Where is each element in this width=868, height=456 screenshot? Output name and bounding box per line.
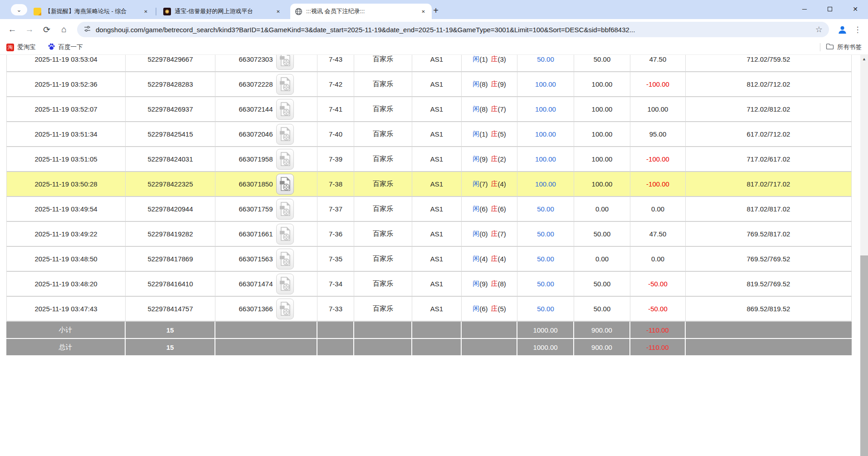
video-replay-button[interactable] bbox=[276, 99, 294, 120]
zhuang-label: 庄 bbox=[491, 255, 498, 263]
game-name: 百家乐 bbox=[354, 55, 412, 72]
table-row[interactable]: 2025-11-19 03:52:07 522978426937 6630721… bbox=[6, 97, 852, 122]
all-bookmarks-label: 所有书签 bbox=[837, 43, 862, 51]
bet-amount-link[interactable]: 100.00 bbox=[517, 172, 574, 197]
bet-amount-link[interactable]: 100.00 bbox=[517, 147, 574, 172]
round-cell: 663072228 bbox=[215, 72, 317, 97]
bet-time: 2025-11-19 03:47:43 bbox=[6, 297, 126, 322]
browser-menu-icon[interactable]: ⋮ bbox=[851, 21, 864, 38]
bet-amount-link[interactable]: 100.00 bbox=[517, 97, 574, 122]
bet-id: 522978416410 bbox=[126, 272, 215, 297]
bookmark-taobao[interactable]: 淘 爱淘宝 bbox=[6, 43, 36, 51]
scroll-up-icon[interactable]: ▲ bbox=[860, 55, 868, 63]
round-number: 663071759 bbox=[239, 205, 273, 213]
zhuang-count: (4) bbox=[498, 255, 506, 263]
win-loss: -100.00 bbox=[630, 172, 686, 197]
scrollbar-thumb[interactable] bbox=[860, 255, 868, 456]
xian-count: (0) bbox=[479, 230, 488, 238]
bet-amount-link[interactable]: 50.00 bbox=[517, 297, 574, 322]
all-bookmarks-button[interactable]: 所有书签 bbox=[826, 43, 862, 51]
table-row[interactable]: 2025-11-19 03:51:34 522978425415 6630720… bbox=[6, 122, 852, 147]
profile-avatar[interactable] bbox=[834, 21, 851, 38]
vertical-scrollbar[interactable]: ▲ bbox=[860, 55, 868, 456]
balance: 812.02/712.02 bbox=[686, 72, 852, 97]
close-window-button[interactable]: ✕ bbox=[843, 0, 868, 18]
tune-icon[interactable] bbox=[83, 25, 91, 34]
zhuang-label: 庄 bbox=[491, 55, 498, 64]
table-row[interactable]: 2025-11-19 03:49:22 522978419282 6630716… bbox=[6, 222, 852, 247]
table-number: 7-43 bbox=[317, 55, 354, 72]
video-replay-button[interactable] bbox=[276, 55, 294, 70]
table-number: 7-33 bbox=[317, 297, 354, 322]
table-row[interactable]: 2025-11-19 03:52:36 522978428283 6630722… bbox=[6, 72, 852, 97]
zhuang-label: 庄 bbox=[491, 279, 498, 288]
bet-amount-link[interactable]: 100.00 bbox=[517, 72, 574, 97]
video-replay-button[interactable] bbox=[276, 299, 294, 319]
win-loss: 100.00 bbox=[630, 97, 686, 122]
tab-forum[interactable]: 【新提醒】海燕策略论坛 - 综合 ✕ bbox=[29, 4, 154, 19]
folder-icon bbox=[826, 43, 834, 51]
round-cell: 663071474 bbox=[215, 272, 317, 297]
url-text[interactable]: dongshouji.com/game/betrecord_search/kin… bbox=[96, 26, 811, 34]
video-replay-button[interactable] bbox=[276, 74, 294, 95]
bet-id: 522978420944 bbox=[126, 197, 215, 222]
round-number: 663072228 bbox=[239, 80, 273, 88]
bet-amount-link[interactable]: 50.00 bbox=[517, 197, 574, 222]
tab-search-button[interactable]: ⌄ bbox=[11, 4, 27, 15]
close-icon[interactable]: ✕ bbox=[419, 8, 427, 15]
result-cell: 闲(1) 庄(3) bbox=[462, 55, 517, 72]
valid-amount: 50.00 bbox=[574, 222, 630, 247]
zhuang-count: (2) bbox=[498, 155, 506, 163]
balance: 712.02/759.52 bbox=[686, 55, 852, 72]
back-button[interactable]: ← bbox=[4, 21, 21, 38]
zhuang-label: 庄 bbox=[491, 180, 498, 188]
result-cell: 闲(4) 庄(4) bbox=[462, 247, 517, 272]
valid-amount: 100.00 bbox=[574, 97, 630, 122]
bet-amount-link[interactable]: 50.00 bbox=[517, 55, 574, 72]
video-replay-button[interactable] bbox=[276, 199, 294, 220]
video-replay-button[interactable] bbox=[276, 249, 294, 270]
video-replay-button[interactable] bbox=[276, 174, 294, 195]
account-name: AS1 bbox=[412, 197, 462, 222]
bet-amount-link[interactable]: 100.00 bbox=[517, 122, 574, 147]
address-bar[interactable]: dongshouji.com/game/betrecord_search/kin… bbox=[77, 22, 829, 37]
video-replay-button[interactable] bbox=[276, 149, 294, 170]
table-row[interactable]: 2025-11-19 03:50:28 522978422325 6630718… bbox=[6, 172, 852, 197]
account-name: AS1 bbox=[412, 222, 462, 247]
video-replay-button[interactable] bbox=[276, 274, 294, 294]
tab-bet-records-active[interactable]: :::视讯 会员下注纪录::: ✕ bbox=[290, 4, 432, 19]
empty-cell bbox=[462, 322, 517, 339]
forward-button[interactable]: → bbox=[21, 21, 38, 38]
video-replay-button[interactable] bbox=[276, 124, 294, 145]
round-number: 663071366 bbox=[239, 305, 273, 313]
bookmark-star-icon[interactable]: ☆ bbox=[815, 25, 823, 34]
close-icon[interactable]: ✕ bbox=[274, 8, 282, 15]
bet-amount-link[interactable]: 50.00 bbox=[517, 272, 574, 297]
video-replay-button[interactable] bbox=[276, 224, 294, 245]
taobao-icon: 淘 bbox=[6, 44, 14, 51]
bet-amount-link[interactable]: 50.00 bbox=[517, 247, 574, 272]
bookmark-baidu[interactable]: 百度一下 bbox=[48, 43, 83, 52]
minimize-button[interactable]: ─ bbox=[792, 0, 817, 18]
table-row[interactable]: 2025-11-19 03:53:04 522978429667 6630723… bbox=[6, 55, 852, 72]
close-icon[interactable]: ✕ bbox=[142, 8, 150, 15]
home-button[interactable]: ⌂ bbox=[55, 21, 73, 38]
table-row[interactable]: 2025-11-19 03:51:05 522978424031 6630719… bbox=[6, 147, 852, 172]
tab-tongbao[interactable]: 通宝-信誉最好的网上游戏平台 ✕ bbox=[159, 4, 287, 19]
table-row[interactable]: 2025-11-19 03:49:54 522978420944 6630717… bbox=[6, 197, 852, 222]
subtotal-count: 15 bbox=[126, 322, 215, 339]
round-cell: 663072144 bbox=[215, 97, 317, 122]
zhuang-count: (9) bbox=[498, 80, 506, 88]
balance: 712.02/812.02 bbox=[686, 97, 852, 122]
reload-button[interactable]: ⟳ bbox=[38, 21, 55, 38]
zhuang-label: 庄 bbox=[491, 230, 498, 238]
table-row[interactable]: 2025-11-19 03:48:20 522978416410 6630714… bbox=[6, 272, 852, 297]
xian-label: 闲 bbox=[473, 80, 479, 88]
new-tab-button[interactable]: + bbox=[430, 5, 442, 16]
table-row[interactable]: 2025-11-19 03:47:43 522978414757 6630713… bbox=[6, 297, 852, 322]
maximize-button[interactable] bbox=[817, 0, 843, 18]
table-body: 2025-11-19 03:53:04 522978429667 6630723… bbox=[6, 55, 852, 322]
bet-amount-link[interactable]: 50.00 bbox=[517, 222, 574, 247]
table-row[interactable]: 2025-11-19 03:48:50 522978417869 6630715… bbox=[6, 247, 852, 272]
account-name: AS1 bbox=[412, 97, 462, 122]
